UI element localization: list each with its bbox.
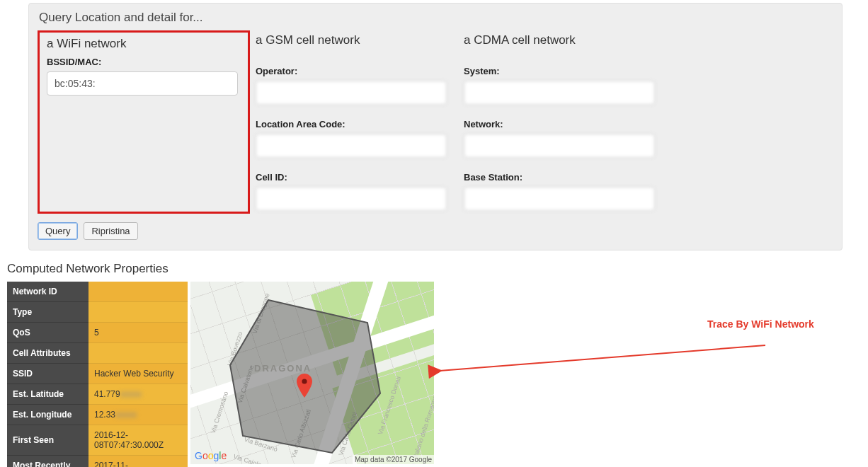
lac-label: Location Area Code:	[256, 119, 459, 129]
table-row: Most Recently Seen2017-11-01T19:44:47.00…	[7, 456, 188, 468]
lac-input[interactable]	[256, 134, 447, 158]
wifi-column: a WiFi network BSSID/MAC:	[38, 30, 250, 214]
prop-value: 12.33xxxxx	[88, 405, 188, 425]
bssid-input[interactable]	[47, 71, 238, 96]
prop-key: QoS	[7, 323, 88, 343]
table-row: First Seen2016-12-08T07:47:30.000Z	[7, 425, 188, 456]
table-row: Network ID	[7, 282, 188, 302]
wifi-title: a WiFi network	[47, 37, 241, 51]
panel-title: Query Location and detail for...	[39, 11, 833, 25]
prop-key: Network ID	[7, 282, 88, 302]
map-panel[interactable]: Via di DragoneVia BovezzoVia CalvatoneVi…	[190, 282, 434, 464]
prop-key: Cell Attributes	[7, 343, 88, 364]
prop-key: Est. Latitude	[7, 384, 88, 405]
network-input[interactable]	[464, 134, 655, 158]
table-row: Est. Longitude12.33xxxxx	[7, 405, 188, 425]
query-form-panel: Query Location and detail for... a WiFi …	[28, 3, 843, 250]
map-area-label: DRAGONA	[254, 363, 312, 374]
system-label: System:	[464, 66, 668, 76]
svg-point-1	[302, 379, 307, 384]
prop-key: Est. Longitude	[7, 405, 88, 425]
table-row: Type	[7, 302, 188, 323]
prop-value: Hacker Web Security	[88, 364, 188, 384]
properties-table: Network IDTypeQoS5Cell AttributesSSIDHac…	[7, 282, 188, 467]
svg-line-2	[440, 345, 765, 371]
map-attribution: Map data ©2017 Google	[353, 455, 434, 464]
prop-key: Most Recently Seen	[7, 456, 88, 468]
prop-value	[88, 343, 188, 364]
table-row: Est. Latitude41.779xxxxx	[7, 384, 188, 405]
prop-key: First Seen	[7, 425, 88, 456]
gsm-title: a GSM cell network	[256, 33, 459, 47]
button-row: Query Ripristina	[38, 222, 833, 240]
cdma-column: a CDMA cell network System: Network: Bas…	[462, 30, 675, 214]
operator-input[interactable]	[256, 81, 447, 105]
reset-button[interactable]: Ripristina	[84, 222, 137, 240]
gsm-column: a GSM cell network Operator: Location Ar…	[254, 30, 467, 214]
form-columns: a WiFi network BSSID/MAC: a GSM cell net…	[38, 30, 833, 214]
operator-label: Operator:	[256, 66, 459, 76]
table-row: QoS5	[7, 323, 188, 343]
prop-value: 2016-12-08T07:47:30.000Z	[88, 425, 188, 456]
network-label: Network:	[464, 119, 668, 129]
annotation-label: Trace By WiFi Network	[707, 318, 814, 330]
results-title: Computed Network Properties	[7, 262, 865, 276]
google-logo: Google	[195, 450, 227, 461]
prop-value: 2017-11-01T19:44:47.000Z	[88, 456, 188, 468]
prop-value: 5	[88, 323, 188, 343]
map-marker-icon	[297, 374, 312, 398]
bssid-label: BSSID/MAC:	[47, 57, 241, 67]
table-row: Cell Attributes	[7, 343, 188, 364]
prop-key: SSID	[7, 364, 88, 384]
prop-value	[88, 282, 188, 302]
annotation-arrow	[435, 331, 767, 376]
table-row: SSIDHacker Web Security	[7, 364, 188, 384]
prop-key: Type	[7, 302, 88, 323]
bs-label: Base Station:	[464, 172, 668, 183]
cellid-input[interactable]	[256, 187, 447, 211]
prop-value: 41.779xxxxx	[88, 384, 188, 405]
cellid-label: Cell ID:	[256, 172, 459, 183]
prop-value	[88, 302, 188, 323]
cdma-title: a CDMA cell network	[464, 33, 668, 47]
query-button[interactable]: Query	[38, 222, 78, 240]
bs-input[interactable]	[464, 187, 655, 211]
system-input[interactable]	[464, 81, 655, 105]
